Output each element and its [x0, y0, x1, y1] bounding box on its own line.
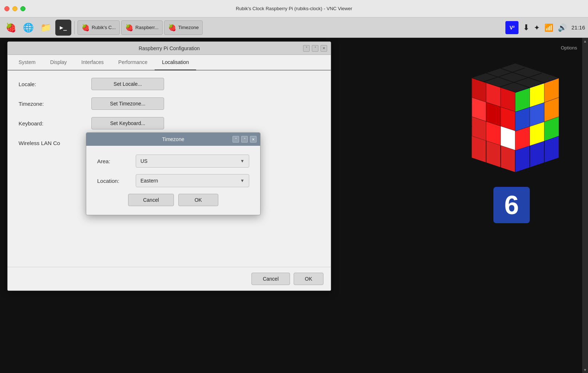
- traffic-lights: [4, 6, 25, 11]
- rpi-config-window: Raspberry Pi Configuration ˅ ˄ ✕ System …: [7, 41, 331, 291]
- timezone-dialog: Timezone ˅ ˄ ✕ Area: US: [86, 132, 261, 215]
- scroll-down-arrow[interactable]: ▼: [583, 367, 588, 372]
- tab-interfaces[interactable]: Interfaces: [74, 55, 111, 71]
- taskbar-right: V² ⬇ ✦ 📶 🔊 21:16: [505, 21, 585, 34]
- rpi-minimize-btn[interactable]: ˅: [303, 45, 310, 52]
- clock: 21:16: [571, 24, 585, 31]
- folder-icon[interactable]: 📁: [38, 20, 54, 36]
- scroll-up-arrow[interactable]: ▲: [583, 39, 588, 44]
- location-row: Location: Eastern ▼: [97, 174, 249, 187]
- location-select-arrow: ▼: [240, 178, 245, 183]
- tab-localisation[interactable]: Localisation: [155, 55, 196, 71]
- location-select[interactable]: Eastern ▼: [136, 174, 249, 187]
- options-label: Options: [561, 45, 577, 51]
- tz-cancel-button[interactable]: Cancel: [128, 194, 174, 206]
- rpi-footer: Cancel OK: [8, 267, 331, 290]
- cancel-button[interactable]: Cancel: [251, 273, 290, 285]
- rubiks-cube-visual: 6: [442, 56, 581, 230]
- location-value: Eastern: [140, 178, 158, 184]
- rpi-close-btn[interactable]: ✕: [321, 45, 327, 52]
- rpi-maximize-btn[interactable]: ˄: [312, 45, 318, 52]
- main-area: Options ▲ ▼: [0, 38, 588, 373]
- wifi-icon[interactable]: 📶: [544, 23, 553, 32]
- area-select[interactable]: US ▼: [136, 155, 249, 168]
- tab-system[interactable]: System: [11, 55, 43, 71]
- raspberry-pi-icon[interactable]: 🍓: [3, 20, 19, 36]
- set-timezone-button[interactable]: Set Timezone...: [91, 97, 164, 110]
- set-locale-button[interactable]: Set Locale...: [91, 78, 164, 90]
- mac-titlebar: Rubik's Clock Raspberry Pi (rubiks-clock…: [0, 0, 588, 17]
- terminal-icon[interactable]: ▶_: [55, 20, 71, 36]
- area-label: Area:: [97, 158, 130, 164]
- vnc-background: Options ▲ ▼: [0, 38, 588, 373]
- ok-button[interactable]: OK: [294, 273, 323, 285]
- timezone-row: Timezone: Set Timezone...: [19, 97, 320, 110]
- locale-label: Locale:: [19, 81, 91, 87]
- rpi-content: Locale: Set Locale... Timezone: Set Time…: [8, 71, 331, 267]
- minimize-button[interactable]: [12, 6, 17, 11]
- volume-icon[interactable]: 🔊: [558, 23, 567, 32]
- bluetooth-icon[interactable]: ✦: [534, 23, 540, 32]
- window-title: Rubik's Clock Raspberry Pi (rubiks-clock…: [236, 6, 352, 11]
- locale-row: Locale: Set Locale...: [19, 78, 320, 90]
- rpi-title: Raspberry Pi Configuration: [139, 45, 200, 51]
- tz-content: Area: US ▼ Location: Eastern ▼: [86, 146, 260, 215]
- area-select-arrow: ▼: [240, 159, 245, 164]
- svg-text:6: 6: [504, 190, 519, 220]
- rpi-window-controls: ˅ ˄ ✕: [303, 45, 327, 52]
- browser-icon[interactable]: 🌐: [20, 20, 36, 36]
- tz-ok-button[interactable]: OK: [178, 194, 218, 206]
- timezone-app[interactable]: 🍓 Timezone: [164, 20, 203, 35]
- tz-close-btn[interactable]: ✕: [250, 136, 257, 143]
- tab-display[interactable]: Display: [43, 55, 74, 71]
- tz-dialog-title: Timezone: [162, 136, 184, 142]
- taskbar: 🍓 🌐 📁 ▶_ 🍓 Rubik's C... 🍓 Raspberr... 🍓 …: [0, 17, 588, 38]
- keyboard-label: Keyboard:: [19, 120, 91, 127]
- raspberrypi-app[interactable]: 🍓 Raspberr...: [121, 20, 163, 35]
- tz-minimize-btn[interactable]: ˅: [233, 136, 239, 143]
- download-icon[interactable]: ⬇: [523, 23, 529, 32]
- vnc-scrollbar[interactable]: ▲ ▼: [582, 38, 588, 373]
- tz-window-controls: ˅ ˄ ✕: [233, 136, 257, 143]
- keyboard-row: Keyboard: Set Keyboard...: [19, 117, 320, 129]
- rpi-titlebar: Raspberry Pi Configuration ˅ ˄ ✕: [8, 42, 331, 55]
- wlan-label: Wireless LAN Co: [19, 140, 91, 146]
- rubiks-app[interactable]: 🍓 Rubik's C...: [78, 20, 120, 35]
- tz-titlebar: Timezone ˅ ˄ ✕: [86, 133, 260, 146]
- close-button[interactable]: [4, 6, 9, 11]
- area-value: US: [140, 158, 147, 164]
- tab-performance[interactable]: Performance: [111, 55, 155, 71]
- maximize-button[interactable]: [20, 6, 25, 11]
- set-keyboard-button[interactable]: Set Keyboard...: [91, 117, 164, 129]
- tz-buttons: Cancel OK: [97, 194, 249, 206]
- rpi-tabs: System Display Interfaces Performance Lo…: [8, 55, 331, 71]
- tz-maximize-btn[interactable]: ˄: [241, 136, 248, 143]
- area-row: Area: US ▼: [97, 155, 249, 168]
- vnc-icon[interactable]: V²: [505, 21, 519, 34]
- timezone-label: Timezone:: [19, 101, 91, 107]
- location-label: Location:: [97, 178, 130, 184]
